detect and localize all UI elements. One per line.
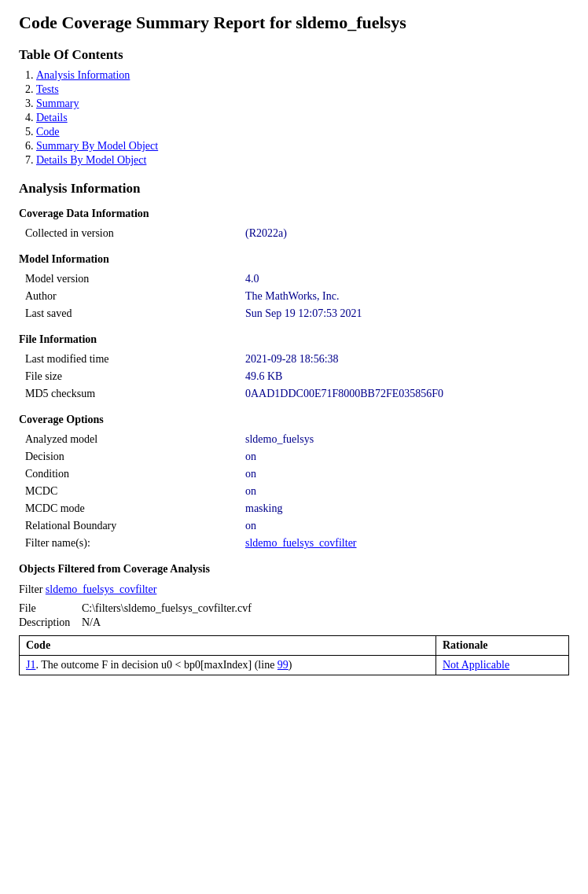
last-modified-value: 2021-09-28 18:56:38 — [239, 351, 569, 368]
relational-boundary-label: Relational Boundary — [19, 517, 239, 535]
line-num-link[interactable]: 99 — [277, 659, 288, 671]
last-saved-value: Sun Sep 19 12:07:53 2021 — [239, 305, 569, 322]
toc-link-summary-by-model[interactable]: Summary By Model Object — [36, 140, 158, 152]
mcdc-value: on — [239, 483, 569, 500]
coverage-options-heading: Coverage Options — [19, 414, 569, 426]
coverage-data-table: Collected in version (R2022a) — [19, 225, 569, 242]
condition-value: on — [239, 465, 569, 483]
table-row: Author The MathWorks, Inc. — [19, 288, 569, 305]
toc-list: Analysis Information Tests Summary Detai… — [19, 69, 569, 167]
toc-item-4: Details — [36, 112, 569, 124]
model-info-heading: Model Information — [19, 253, 569, 266]
condition-label: Condition — [19, 465, 239, 483]
description-label: Description — [19, 616, 82, 629]
analyzed-model-value: sldemo_fuelsys — [239, 431, 569, 448]
toc-item-1: Analysis Information — [36, 69, 569, 82]
table-row: Model version 4.0 — [19, 270, 569, 288]
toc-link-code[interactable]: Code — [36, 126, 60, 138]
code-cell: J1. The outcome F in decision u0 < bp0[m… — [20, 656, 436, 675]
last-modified-label: Last modified time — [19, 351, 239, 368]
table-row: Collected in version (R2022a) — [19, 225, 569, 242]
rationale-column-header: Rationale — [436, 636, 569, 656]
description-value: N/A — [82, 616, 569, 629]
coverage-options-table: Analyzed model sldemo_fuelsys Decision o… — [19, 431, 569, 552]
filter-word: Filter — [19, 583, 42, 595]
relational-boundary-value: on — [239, 517, 569, 535]
filter-file-info: File C:\filters\sldemo_fuelsys_covfilter… — [19, 602, 569, 629]
filter-section: Filter sldemo_fuelsys_covfilter File C:\… — [19, 583, 569, 675]
code-suffix: ) — [288, 659, 292, 671]
rationale-cell: Not Applicable — [436, 656, 569, 675]
filter-names-label: Filter name(s): — [19, 535, 239, 552]
code-column-header: Code — [20, 636, 436, 656]
model-version-label: Model version — [19, 270, 239, 288]
mcdc-label: MCDC — [19, 483, 239, 500]
table-row: Relational Boundary on — [19, 517, 569, 535]
table-row: Condition on — [19, 465, 569, 483]
toc-item-5: Code — [36, 126, 569, 138]
toc-link-analysis-information[interactable]: Analysis Information — [36, 69, 130, 81]
coverage-data-label-0: Collected in version — [19, 225, 239, 242]
table-row: Last saved Sun Sep 19 12:07:53 2021 — [19, 305, 569, 322]
filter-label-line: Filter sldemo_fuelsys_covfilter — [19, 583, 569, 596]
coverage-data-value-0: (R2022a) — [239, 225, 569, 242]
table-row: File size 49.6 KB — [19, 368, 569, 385]
table-of-contents: Analysis Information Tests Summary Detai… — [19, 69, 569, 167]
model-info-table: Model version 4.0 Author The MathWorks, … — [19, 270, 569, 322]
page-title: Code Coverage Summary Report for sldemo_… — [19, 13, 569, 33]
decision-value: on — [239, 448, 569, 465]
toc-link-tests[interactable]: Tests — [36, 83, 59, 95]
coverage-data-heading: Coverage Data Information — [19, 208, 569, 220]
table-row: Decision on — [19, 448, 569, 465]
objects-filtered-heading: Objects Filtered from Coverage Analysis — [19, 563, 569, 576]
table-row: Last modified time 2021-09-28 18:56:38 — [19, 351, 569, 368]
code-prefix-link[interactable]: J1 — [26, 659, 35, 671]
rationale-link[interactable]: Not Applicable — [443, 659, 509, 671]
table-row: MCDC on — [19, 483, 569, 500]
file-info-table: Last modified time 2021-09-28 18:56:38 F… — [19, 351, 569, 403]
analysis-information-heading: Analysis Information — [19, 181, 569, 197]
table-row: Filter name(s): sldemo_fuelsys_covfilter — [19, 535, 569, 552]
file-label: File — [19, 602, 82, 615]
file-info-heading: File Information — [19, 333, 569, 346]
model-version-value: 4.0 — [239, 270, 569, 288]
toc-link-details[interactable]: Details — [36, 112, 68, 123]
code-rationale-table: Code Rationale J1. The outcome F in deci… — [19, 635, 569, 675]
toc-link-details-by-model[interactable]: Details By Model Object — [36, 154, 146, 166]
filter-link[interactable]: sldemo_fuelsys_covfilter — [46, 583, 157, 595]
file-size-value: 49.6 KB — [239, 368, 569, 385]
mcdc-mode-value: masking — [239, 500, 569, 517]
table-row: Analyzed model sldemo_fuelsys — [19, 431, 569, 448]
toc-item-2: Tests — [36, 83, 569, 96]
file-size-label: File size — [19, 368, 239, 385]
toc-heading: Table Of Contents — [19, 47, 569, 63]
toc-item-6: Summary By Model Object — [36, 140, 569, 153]
code-text: . The outcome F in decision u0 < bp0[max… — [35, 659, 277, 671]
filter-names-value: sldemo_fuelsys_covfilter — [239, 535, 569, 552]
author-label: Author — [19, 288, 239, 305]
table-row: J1. The outcome F in decision u0 < bp0[m… — [20, 656, 569, 675]
toc-item-3: Summary — [36, 97, 569, 110]
author-value: The MathWorks, Inc. — [239, 288, 569, 305]
table-row: MD5 checksum 0AAD1DDC00E71F8000BB72FE035… — [19, 385, 569, 403]
mcdc-mode-label: MCDC mode — [19, 500, 239, 517]
file-path-value: C:\filters\sldemo_fuelsys_covfilter.cvf — [82, 602, 569, 615]
filter-names-link[interactable]: sldemo_fuelsys_covfilter — [245, 537, 357, 549]
table-header-row: Code Rationale — [20, 636, 569, 656]
md5-value: 0AAD1DDC00E71F8000BB72FE035856F0 — [239, 385, 569, 403]
toc-link-summary[interactable]: Summary — [36, 97, 79, 109]
toc-item-7: Details By Model Object — [36, 154, 569, 167]
last-saved-label: Last saved — [19, 305, 239, 322]
decision-label: Decision — [19, 448, 239, 465]
md5-label: MD5 checksum — [19, 385, 239, 403]
analyzed-model-label: Analyzed model — [19, 431, 239, 448]
table-row: MCDC mode masking — [19, 500, 569, 517]
